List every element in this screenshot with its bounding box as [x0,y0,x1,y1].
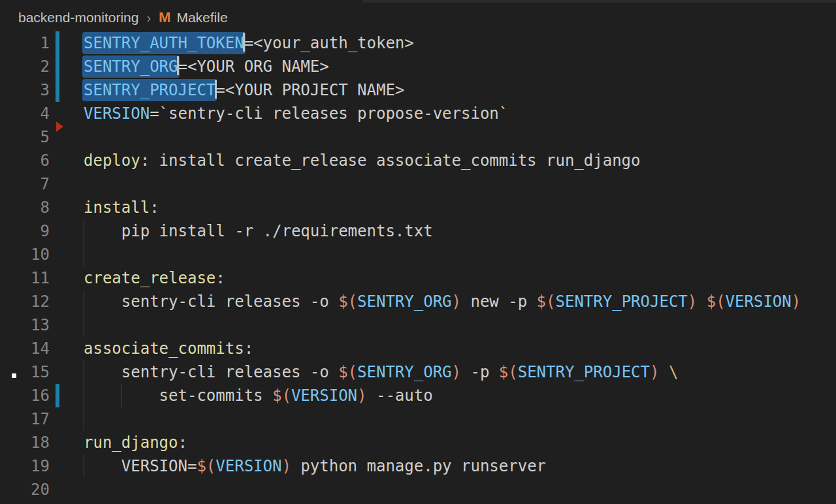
breadcrumb-item-file[interactable]: M Makefile [159,9,228,26]
line-number[interactable]: 13 [0,313,50,337]
line-number[interactable]: 15 [0,360,50,384]
code-token: $( [197,457,216,475]
code-line[interactable]: 4VERSION=`sentry-cli releases propose-ve… [0,102,836,125]
modified-line-indicator [56,78,59,102]
code-line[interactable]: 16 set-commits $(VERSION) --auto [0,384,836,407]
indent-guide [84,243,84,266]
code-line-text: SENTRY_AUTH_TOKEN=<your_auth_token> [84,31,414,55]
code-token: SENTRY_ORG [357,363,452,381]
code-line[interactable]: 3SENTRY_PROJECT=<YOUR PROJECT NAME> [0,78,836,102]
line-number[interactable]: 7 [0,172,50,196]
editor-window: backend-monitoring › M Makefile 1SENTRY_… [0,0,836,504]
code-line-text: sentry-cli releases -o $(SENTRY_ORG) new… [84,290,801,313]
breadcrumb-file-label: Makefile [176,10,227,25]
line-number[interactable]: 17 [0,407,50,431]
line-number[interactable]: 8 [0,196,50,219]
code-token: new -p [461,292,537,311]
code-line-text: sentry-cli releases -o $(SENTRY_ORG) -p … [84,360,678,384]
line-number[interactable]: 2 [0,55,50,78]
code-line[interactable]: 7 [0,172,836,196]
code-token: $( [499,363,518,381]
line-number[interactable]: 11 [0,266,50,290]
code-token: --auto [367,386,433,405]
code-line[interactable]: 5 [0,125,836,149]
code-token: : [150,198,159,217]
code-line[interactable]: 8install: [0,196,836,219]
code-token: ) [792,292,801,311]
line-number[interactable]: 5 [0,125,50,149]
tab-bar-edge [362,0,836,3]
code-line[interactable]: 15 sentry-cli releases -o $(SENTRY_ORG) … [0,360,836,384]
breadcrumb-item-folder[interactable]: backend-monitoring [18,10,138,25]
code-token: SENTRY_ORG [357,292,452,311]
breadcrumb-folder-label: backend-monitoring [18,10,138,25]
line-number[interactable]: 3 [0,78,50,102]
code-token: ) [281,457,291,475]
code-token: ) [452,292,461,311]
code-line[interactable]: 19 VERSION=$(VERSION) python manage.py r… [0,454,836,478]
line-number[interactable]: 20 [0,478,50,501]
line-number[interactable]: 4 [0,102,50,125]
code-area[interactable]: 1SENTRY_AUTH_TOKEN=<your_auth_token>2SEN… [0,31,836,501]
code-line-text: set-commits $(VERSION) --auto [84,384,433,407]
modified-line-indicator [56,55,59,78]
code-token: sentry-cli releases -o [84,292,338,311]
code-line[interactable]: 1SENTRY_AUTH_TOKEN=<your_auth_token> [0,31,836,55]
code-token: ) [357,386,366,405]
code-token: SENTRY_PROJECT [556,292,688,311]
code-line-text: deploy: install create_release associate… [84,149,641,172]
code-line[interactable]: 17 [0,407,836,431]
makefile-icon: M [159,9,170,26]
code-token: $( [272,386,291,405]
indent-guide [84,407,84,431]
gutter-drop-marker-icon [56,121,63,132]
code-token: =<your_auth_token> [244,34,414,52]
code-line-text: VERSION=`sentry-cli releases propose-ver… [84,102,508,125]
code-line-text: run_django: [84,431,187,454]
code-token: : [216,269,225,287]
line-number[interactable]: 10 [0,243,50,266]
code-token [697,292,706,311]
line-number[interactable]: 1 [0,31,50,55]
modified-line-indicator [56,384,59,407]
code-line[interactable]: 2SENTRY_ORG=<YOUR ORG NAME> [0,55,836,78]
line-number[interactable]: 6 [0,149,50,172]
code-token: $( [707,292,726,311]
code-line-text: install: [84,196,159,219]
line-number[interactable]: 9 [0,219,50,243]
code-line[interactable]: 6deploy: install create_release associat… [0,149,836,172]
code-line[interactable]: 14associate_commits: [0,337,836,360]
code-line[interactable]: 11create_release: [0,266,836,290]
code-line-text: associate_commits: [84,337,253,360]
line-number[interactable]: 18 [0,431,50,454]
code-line-text: SENTRY_ORG=<YOUR ORG NAME> [84,55,329,78]
code-line[interactable]: 9 pip install -r ./requirements.txt [0,219,836,243]
code-token [659,363,668,381]
code-token: install [84,198,150,217]
code-token: : [244,339,253,358]
code-token: associate_commits [84,339,244,358]
code-token: -p [461,363,499,381]
code-token: SENTRY_PROJECT [518,363,650,381]
line-number[interactable]: 19 [0,454,50,478]
stray-cursor-dot [12,373,16,378]
code-token: ) [688,292,697,311]
code-token: VERSION [726,292,792,311]
selected-token: SENTRY_AUTH_TOKEN [82,32,246,54]
code-token: =<YOUR ORG NAME> [178,57,329,76]
code-line[interactable]: 12 sentry-cli releases -o $(SENTRY_ORG) … [0,290,836,313]
code-line[interactable]: 18run_django: [0,431,836,454]
modified-line-indicator [56,31,59,55]
code-token: : [178,433,187,452]
code-token: pip install -r ./requirements.txt [84,222,433,240]
line-number[interactable]: 14 [0,337,50,360]
code-line[interactable]: 20 [0,478,836,501]
code-token: =`sentry-cli releases propose-version` [150,104,508,123]
selected-token: SENTRY_PROJECT [82,79,217,101]
code-line[interactable]: 13 [0,313,836,337]
line-number[interactable]: 16 [0,384,50,407]
code-line[interactable]: 10 [0,243,836,266]
line-number[interactable]: 12 [0,290,50,313]
code-token: VERSION [216,457,281,475]
code-token: VERSION [84,104,150,123]
